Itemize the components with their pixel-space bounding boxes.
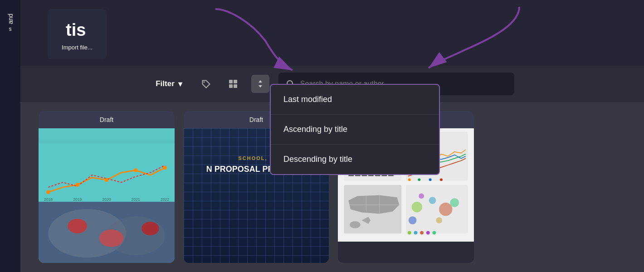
filter-chevron-icon: ▾	[178, 79, 182, 89]
grid-icon	[228, 78, 239, 89]
filter-button[interactable]: Filter ▾	[150, 76, 188, 92]
sidebar-text: and	[7, 14, 14, 24]
sort-icon	[255, 78, 266, 89]
tag-icon-button[interactable]	[197, 75, 215, 93]
svg-point-47	[429, 197, 436, 204]
sort-dropdown: Last modified Ascending by title Descend…	[270, 84, 440, 175]
card-2-status: Draft	[249, 116, 263, 123]
svg-text:2019: 2019	[73, 197, 82, 202]
svg-point-18	[163, 166, 167, 170]
svg-point-52	[409, 216, 417, 224]
grid-icon-button[interactable]	[224, 75, 242, 93]
svg-point-57	[433, 231, 436, 234]
sort-option-desc-title[interactable]: Descending by title	[271, 145, 439, 174]
sort-option-asc-title[interactable]: Ascending by title	[271, 115, 439, 145]
presentation-top-text: SCHOOL, B	[238, 155, 274, 161]
import-icon: tis	[63, 18, 91, 40]
svg-point-39	[440, 178, 443, 181]
svg-point-38	[429, 178, 432, 181]
svg-point-54	[414, 231, 418, 234]
svg-text:2021: 2021	[132, 197, 140, 202]
svg-text:2018: 2018	[44, 197, 53, 202]
top-area: tis Import file...	[20, 0, 644, 66]
import-label: Import file...	[62, 44, 93, 51]
svg-point-46	[412, 202, 422, 212]
svg-point-17	[134, 168, 138, 172]
svg-point-36	[408, 178, 411, 181]
filter-label: Filter	[156, 79, 175, 88]
card-1[interactable]: Draft	[39, 111, 175, 263]
svg-point-14	[46, 190, 50, 194]
card-1-thumbnail: 2018 2019 2020 2021 2022	[39, 128, 175, 263]
svg-text:tis: tis	[66, 20, 86, 39]
card-1-chart-svg: 2018 2019 2020 2021 2022	[39, 128, 175, 263]
svg-point-51	[436, 217, 442, 223]
sort-icon-button[interactable]	[251, 75, 269, 93]
svg-point-15	[75, 183, 79, 187]
svg-point-56	[426, 231, 430, 234]
svg-point-16	[105, 178, 109, 182]
tag-icon	[200, 78, 211, 89]
svg-text:2020: 2020	[102, 197, 111, 202]
card-1-status: Draft	[100, 116, 113, 123]
svg-rect-3	[234, 80, 237, 83]
svg-point-37	[418, 178, 420, 181]
svg-text:2022: 2022	[161, 197, 169, 202]
import-file-card[interactable]: tis Import file...	[48, 9, 107, 59]
svg-point-13	[141, 222, 159, 235]
presentation-subtitle: YEAR, AUTHOR NAME, LOCATION	[217, 262, 296, 263]
card-1-header: Draft	[39, 111, 175, 128]
sidebar-partial: and s	[0, 0, 20, 272]
svg-point-12	[99, 229, 124, 247]
svg-point-55	[420, 231, 424, 234]
svg-point-49	[419, 194, 424, 199]
svg-rect-2	[229, 80, 233, 83]
svg-rect-4	[229, 84, 233, 88]
svg-point-44	[350, 221, 360, 228]
svg-point-53	[408, 231, 411, 234]
sort-option-last-modified[interactable]: Last modified	[271, 85, 439, 115]
sidebar-text-s: s	[9, 26, 12, 32]
svg-point-1	[203, 82, 205, 83]
svg-point-50	[450, 198, 459, 207]
svg-rect-5	[234, 84, 237, 88]
svg-point-11	[68, 219, 87, 233]
svg-point-48	[439, 203, 452, 216]
